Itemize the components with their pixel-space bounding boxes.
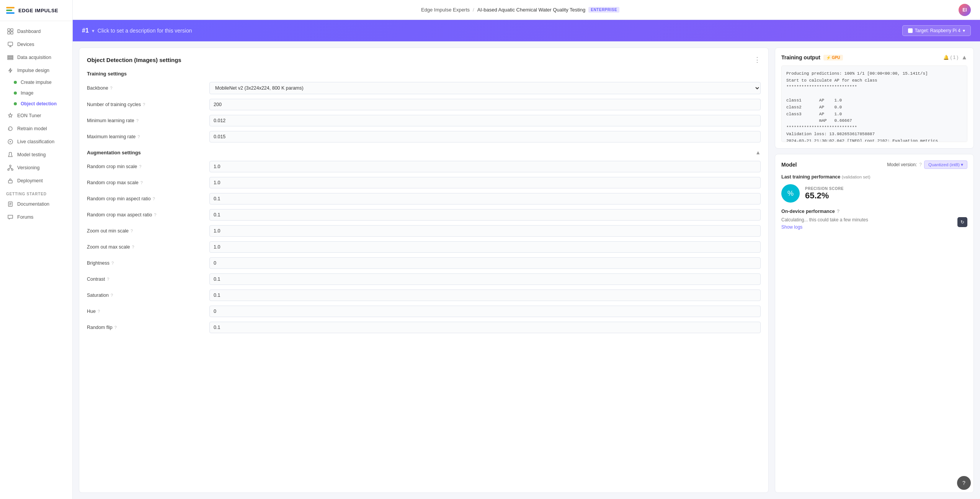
sidebar-item-versioning[interactable]: Versioning: [0, 161, 72, 174]
target-button[interactable]: Target: Raspberry Pi 4 ▾: [902, 25, 971, 36]
crop-max-aspect-label: Random crop max aspect ratio ?: [87, 212, 209, 218]
crop-max-aspect-help-icon[interactable]: ?: [154, 213, 156, 217]
crop-min-aspect-help-icon[interactable]: ?: [153, 196, 155, 201]
model-title: Model: [781, 162, 797, 168]
sidebar-item-impulse-design[interactable]: Impulse design: [0, 64, 72, 77]
version-arrow-icon: ▾: [92, 28, 95, 34]
bell-icon: 🔔: [943, 55, 949, 60]
hue-help-icon[interactable]: ?: [98, 309, 100, 314]
sidebar-item-eon-tuner[interactable]: EON Tuner: [0, 109, 72, 122]
random-flip-input[interactable]: [209, 322, 761, 333]
crop-max-scale-input[interactable]: [209, 177, 761, 188]
sidebar-label-testing: Model testing: [17, 152, 46, 157]
refresh-button[interactable]: ↻: [957, 217, 967, 227]
crop-min-scale-help-icon[interactable]: ?: [139, 164, 141, 169]
calculating-text: Calculating... this could take a few min…: [781, 217, 868, 223]
augmentation-collapse-button[interactable]: ▲: [755, 149, 761, 155]
field-row-saturation: Saturation ?: [87, 290, 761, 301]
crop-min-aspect-input[interactable]: [209, 193, 761, 205]
crop-min-scale-input[interactable]: [209, 161, 761, 172]
min-lr-input[interactable]: [209, 115, 761, 126]
training-cycles-input[interactable]: [209, 99, 761, 110]
training-output-panel: Training output ⚡ GPU 🔔 (1) ▲: [775, 47, 974, 149]
zoom-min-scale-input[interactable]: [209, 225, 761, 237]
min-lr-label: Minimum learning rate ?: [87, 118, 209, 123]
sidebar-item-devices[interactable]: Devices: [0, 38, 72, 51]
version-number[interactable]: #1: [82, 27, 89, 34]
on-device-help-icon[interactable]: ?: [837, 209, 840, 214]
backbone-help-icon[interactable]: ?: [110, 86, 113, 90]
testing-icon: [7, 152, 13, 158]
field-row-training-cycles: Number of training cycles ?: [87, 99, 761, 110]
avatar[interactable]: EI: [959, 4, 971, 16]
field-row-brightness: Brightness ?: [87, 257, 761, 269]
zoom-max-scale-input[interactable]: [209, 241, 761, 253]
max-lr-input[interactable]: [209, 131, 761, 142]
notification-button[interactable]: 🔔 (1): [943, 55, 958, 60]
target-label: Target: Raspberry Pi 4: [915, 28, 960, 33]
field-row-crop-max-aspect: Random crop max aspect ratio ?: [87, 209, 761, 221]
min-lr-help-icon[interactable]: ?: [136, 118, 139, 123]
crop-min-scale-label: Random crop min scale ?: [87, 164, 209, 169]
field-row-max-lr: Maximum learning rate ?: [87, 131, 761, 142]
sidebar-item-object-detection[interactable]: Object detection: [0, 98, 72, 109]
validation-set-label: (validation set): [842, 175, 871, 179]
training-cycles-help-icon[interactable]: ?: [143, 102, 145, 107]
retrain-icon: [7, 126, 13, 132]
svg-point-9: [10, 165, 11, 167]
backbone-select[interactable]: MobileNet v2 (3x224x224, 800 K params): [209, 82, 761, 94]
live-class-icon: [7, 139, 13, 145]
model-version-help-icon[interactable]: ?: [919, 162, 922, 167]
logo: EDGE IMPULSE: [0, 0, 72, 21]
hue-input[interactable]: [209, 306, 761, 317]
version-description[interactable]: Click to set a description for this vers…: [98, 28, 192, 34]
svg-rect-2: [8, 32, 10, 34]
sidebar-label-eon: EON Tuner: [17, 113, 41, 118]
panel-menu-button[interactable]: ⋮: [754, 56, 761, 64]
show-logs-link[interactable]: Show logs: [781, 224, 802, 230]
sidebar-item-dashboard[interactable]: Dashboard: [0, 25, 72, 38]
quantized-button[interactable]: Quantized (int8) ▾: [924, 160, 967, 169]
svg-point-11: [11, 169, 13, 170]
help-fab-button[interactable]: ?: [957, 476, 971, 490]
brightness-help-icon[interactable]: ?: [111, 261, 114, 265]
getting-started-label: GETTING STARTED: [0, 187, 72, 198]
zoom-max-scale-help-icon[interactable]: ?: [132, 245, 134, 249]
precision-info: PRECISION SCORE 65.2%: [805, 187, 844, 201]
contrast-help-icon[interactable]: ?: [107, 277, 109, 281]
sidebar-item-retrain[interactable]: Retrain model: [0, 122, 72, 135]
precision-row: % PRECISION SCORE 65.2%: [781, 184, 967, 203]
training-output-title: Training output ⚡ GPU: [781, 54, 843, 61]
precision-circle: %: [781, 184, 800, 203]
contrast-input[interactable]: [209, 273, 761, 285]
eon-icon: [7, 113, 13, 119]
brightness-input[interactable]: [209, 257, 761, 269]
sidebar-item-live-class[interactable]: Live classification: [0, 135, 72, 148]
data-acquisition-icon: [7, 54, 13, 61]
max-lr-help-icon[interactable]: ?: [137, 134, 140, 139]
sidebar-item-data-acquisition[interactable]: Data acquisition: [0, 51, 72, 64]
topbar-brand[interactable]: Edge Impulse Experts: [421, 7, 470, 13]
crop-max-scale-help-icon[interactable]: ?: [140, 180, 143, 185]
percent-icon: %: [787, 190, 794, 198]
saturation-help-icon[interactable]: ?: [111, 293, 113, 298]
sidebar-item-docs[interactable]: Documentation: [0, 198, 72, 211]
sidebar-item-deployment[interactable]: Deployment: [0, 174, 72, 187]
random-flip-help-icon[interactable]: ?: [114, 325, 117, 330]
crop-max-aspect-input[interactable]: [209, 209, 761, 221]
field-row-crop-max-scale: Random crop max scale ?: [87, 177, 761, 188]
sidebar-item-create-impulse[interactable]: Create impulse: [0, 77, 72, 88]
sidebar-item-forums[interactable]: Forums: [0, 211, 72, 224]
augmentation-title: Augmentation settings: [87, 150, 141, 155]
sidebar-label-devices: Devices: [17, 42, 34, 47]
model-version-label: Model version:: [887, 162, 917, 167]
docs-icon: [7, 201, 13, 207]
sidebar-label-create-impulse: Create impulse: [21, 80, 52, 85]
sidebar-label-versioning: Versioning: [17, 165, 39, 170]
sidebar-item-model-testing[interactable]: Model testing: [0, 148, 72, 161]
devices-icon: [7, 41, 13, 47]
saturation-input[interactable]: [209, 290, 761, 301]
training-output-collapse-button[interactable]: ▲: [961, 54, 967, 61]
sidebar-item-image[interactable]: Image: [0, 88, 72, 98]
zoom-min-scale-help-icon[interactable]: ?: [131, 229, 133, 233]
